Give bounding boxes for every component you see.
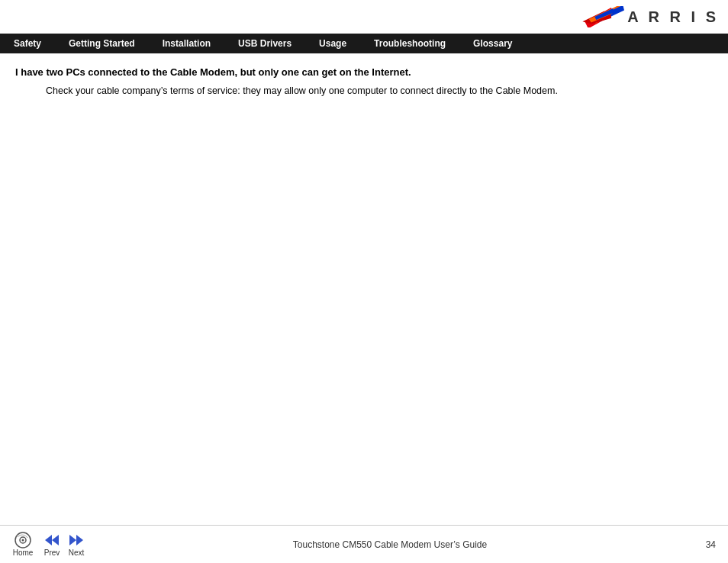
page-header: A R R I S xyxy=(0,0,728,34)
page-footer: Home Prev Next xyxy=(0,525,728,563)
next-icon xyxy=(66,532,87,549)
nav-item-usb-drivers[interactable]: USB Drivers xyxy=(224,34,305,53)
footer-nav-left: Home Prev Next xyxy=(12,532,87,557)
nav-item-getting-started[interactable]: Getting Started xyxy=(55,34,149,53)
question-heading: I have two PCs connected to the Cable Mo… xyxy=(15,66,713,79)
next-label: Next xyxy=(69,549,85,557)
home-button[interactable]: Home xyxy=(12,532,34,557)
svg-marker-10 xyxy=(52,535,59,545)
prev-next-group: Prev Next xyxy=(41,532,87,557)
nav-item-installation[interactable]: Installation xyxy=(149,34,224,53)
nav-item-troubleshooting[interactable]: Troubleshooting xyxy=(360,34,459,53)
navigation-bar: Safety Getting Started Installation USB … xyxy=(0,34,728,53)
answer-text: Check your cable company’s terms of serv… xyxy=(46,84,713,98)
home-icon xyxy=(12,532,34,549)
arris-logo-arrow xyxy=(578,6,624,27)
prev-icon xyxy=(41,532,63,549)
prev-label: Prev xyxy=(44,549,60,557)
svg-point-8 xyxy=(22,539,24,542)
footer-guide-title: Touchstone CM550 Cable Modem User’s Guid… xyxy=(87,539,693,550)
nav-item-glossary[interactable]: Glossary xyxy=(459,34,526,53)
main-content: I have two PCs connected to the Cable Mo… xyxy=(0,53,728,111)
logo-area: A R R I S xyxy=(578,6,719,27)
svg-marker-12 xyxy=(76,535,83,545)
nav-item-usage[interactable]: Usage xyxy=(305,34,360,53)
nav-item-safety[interactable]: Safety xyxy=(0,34,55,53)
home-label: Home xyxy=(13,549,34,557)
svg-marker-11 xyxy=(69,535,76,545)
next-button[interactable]: Next xyxy=(66,532,87,557)
arris-logo-text: A R R I S xyxy=(627,8,719,26)
svg-marker-9 xyxy=(45,535,52,545)
footer-page-number: 34 xyxy=(693,539,716,550)
prev-button[interactable]: Prev xyxy=(41,532,63,557)
